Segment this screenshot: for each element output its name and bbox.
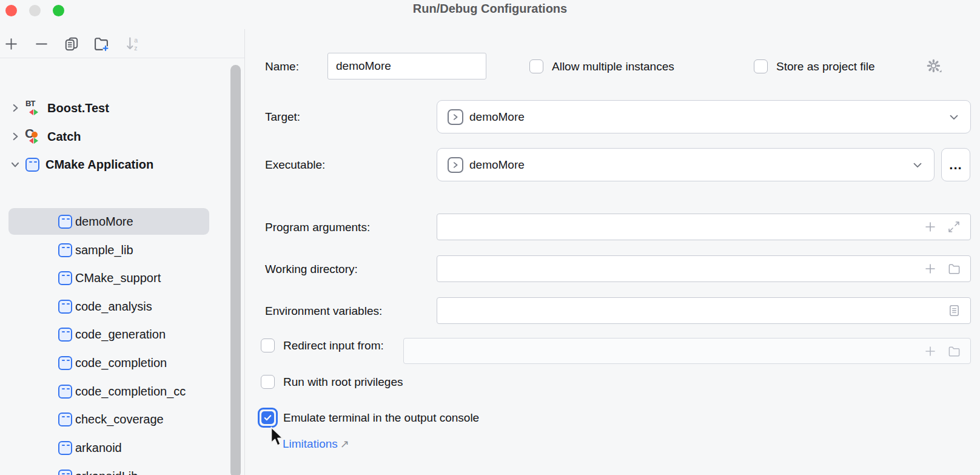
checkmark-icon bbox=[261, 411, 274, 424]
tree-item-label: arkanoidLib bbox=[75, 470, 138, 475]
cmake-application-icon bbox=[58, 271, 72, 285]
tree-item-label: code_completion_cc bbox=[75, 385, 186, 399]
window-title: Run/Debug Configurations bbox=[0, 2, 980, 16]
add-icon[interactable] bbox=[924, 263, 936, 275]
list-icon[interactable] bbox=[947, 304, 961, 318]
limitations-link-label: Limitations bbox=[283, 437, 338, 450]
tree-item-sample-lib[interactable]: sample_lib bbox=[0, 237, 245, 263]
add-icon[interactable] bbox=[924, 345, 936, 357]
configurations-toolbar: a z bbox=[0, 29, 245, 58]
cmake-application-icon bbox=[58, 385, 72, 399]
chevron-down-icon bbox=[911, 158, 924, 172]
remove-configuration-icon[interactable] bbox=[33, 35, 50, 52]
tree-group-boost-test[interactable]: BT Boost.Test bbox=[0, 95, 245, 121]
tree-item-label: code_analysis bbox=[75, 300, 152, 314]
tree-item-label: code_completion bbox=[75, 356, 167, 370]
svg-text:z: z bbox=[134, 44, 137, 52]
environment-variables-label: Environment variables: bbox=[265, 305, 382, 318]
tree-item-check-coverage[interactable]: check_coverage bbox=[0, 406, 245, 433]
tree-item-cmake-support[interactable]: CMake_support bbox=[0, 264, 245, 291]
tree-item-label: check_coverage bbox=[75, 413, 164, 426]
redirect-input-label: Redirect input from: bbox=[283, 339, 384, 352]
tree-group-catch[interactable]: C Catch bbox=[0, 123, 245, 150]
target-label: Target: bbox=[265, 110, 300, 124]
tree-item-demoMore[interactable]: demoMore bbox=[0, 208, 245, 235]
tree-group-cmake-application[interactable]: CMake Application bbox=[0, 151, 245, 178]
redirect-input-checkbox[interactable] bbox=[261, 339, 275, 352]
new-folder-icon[interactable] bbox=[93, 35, 110, 52]
run-root-privileges-label: Run with root privileges bbox=[283, 376, 403, 389]
cmake-application-icon bbox=[58, 215, 72, 229]
folder-icon[interactable] bbox=[947, 344, 961, 358]
executable-value: demoMore bbox=[463, 158, 525, 172]
redirect-input-path-input[interactable] bbox=[403, 338, 971, 364]
store-as-project-file-checkbox[interactable] bbox=[754, 59, 768, 73]
executable-browse-button[interactable]: ... bbox=[941, 148, 970, 181]
working-directory-label: Working directory: bbox=[265, 263, 358, 276]
allow-multiple-instances-label: Allow multiple instances bbox=[552, 60, 674, 73]
name-label: Name: bbox=[265, 60, 299, 73]
sidebar-scrollbar[interactable] bbox=[230, 65, 241, 475]
name-value: demoMore bbox=[328, 59, 391, 73]
tree-item-label: CMake_support bbox=[75, 271, 161, 285]
tree-item-code-generation[interactable]: code_generation bbox=[0, 321, 245, 348]
run-target-icon bbox=[448, 109, 463, 125]
tree-group-label: Catch bbox=[47, 130, 81, 144]
allow-multiple-instances-checkbox[interactable] bbox=[529, 59, 543, 73]
copy-configuration-icon[interactable] bbox=[63, 35, 80, 52]
chevron-down-icon[interactable] bbox=[10, 159, 25, 170]
tree-item-label: demoMore bbox=[75, 215, 133, 229]
external-link-icon: ↗ bbox=[338, 438, 349, 450]
cmake-application-icon bbox=[58, 441, 72, 455]
cmake-application-icon bbox=[25, 158, 39, 172]
limitations-link[interactable]: Limitations↗ bbox=[283, 437, 349, 451]
folder-icon[interactable] bbox=[947, 262, 961, 276]
program-arguments-label: Program arguments: bbox=[265, 221, 370, 234]
add-configuration-icon[interactable] bbox=[2, 35, 19, 52]
cmake-application-icon bbox=[58, 300, 72, 314]
cmake-application-icon bbox=[58, 243, 72, 257]
chevron-down-icon bbox=[947, 110, 961, 124]
tree-item-arkanoidLib[interactable]: arkanoidLib bbox=[0, 463, 245, 475]
tree-item-code-completion-cc[interactable]: code_completion_cc bbox=[0, 378, 245, 405]
target-select[interactable]: demoMore bbox=[437, 100, 971, 133]
executable-label: Executable: bbox=[265, 158, 325, 172]
cmake-application-icon bbox=[58, 356, 72, 370]
boost-test-icon: BT bbox=[25, 100, 41, 116]
cmake-application-icon bbox=[58, 413, 72, 426]
title-bar: Run/Debug Configurations bbox=[0, 0, 980, 29]
configurations-tree: BT Boost.Test C Catch CMake bbox=[0, 59, 245, 475]
gear-icon[interactable] bbox=[925, 57, 943, 75]
chevron-right-icon[interactable] bbox=[10, 103, 25, 113]
chevron-right-icon[interactable] bbox=[10, 131, 25, 142]
tree-group-label: CMake Application bbox=[45, 158, 153, 172]
run-debug-configurations-dialog: Run/Debug Configurations bbox=[0, 0, 980, 475]
tree-group-label: Boost.Test bbox=[47, 101, 109, 115]
executable-select[interactable]: demoMore bbox=[437, 148, 935, 181]
tree-item-arkanoid[interactable]: arkanoid bbox=[0, 434, 245, 461]
configuration-form: Name: demoMore Allow multiple instances … bbox=[246, 29, 980, 475]
store-as-project-file-label: Store as project file bbox=[776, 60, 875, 73]
tree-item-label: code_generation bbox=[75, 328, 166, 342]
name-input[interactable]: demoMore bbox=[327, 53, 486, 79]
mouse-cursor bbox=[268, 426, 286, 448]
cmake-application-icon bbox=[58, 328, 72, 342]
emulate-terminal-checkbox[interactable] bbox=[258, 408, 278, 428]
tree-item-label: arkanoid bbox=[75, 441, 122, 455]
working-directory-input[interactable] bbox=[437, 255, 971, 282]
tree-item-label: sample_lib bbox=[75, 243, 133, 257]
catch-icon: C bbox=[25, 129, 41, 144]
target-value: demoMore bbox=[463, 110, 525, 124]
run-root-privileges-checkbox[interactable] bbox=[261, 375, 275, 389]
tree-item-code-analysis[interactable]: code_analysis bbox=[0, 293, 245, 320]
program-arguments-input[interactable] bbox=[437, 214, 971, 240]
add-icon[interactable] bbox=[924, 221, 936, 233]
configurations-sidebar: a z BT Boost.Test bbox=[0, 29, 245, 475]
environment-variables-input[interactable] bbox=[437, 297, 971, 324]
emulate-terminal-label: Emulate terminal in the output console bbox=[283, 411, 479, 425]
tree-item-code-completion[interactable]: code_completion bbox=[0, 349, 245, 376]
svg-text:a: a bbox=[134, 36, 138, 44]
sort-configurations-icon[interactable]: a z bbox=[124, 35, 141, 52]
cmake-application-icon bbox=[58, 470, 72, 475]
expand-icon[interactable] bbox=[947, 220, 961, 234]
